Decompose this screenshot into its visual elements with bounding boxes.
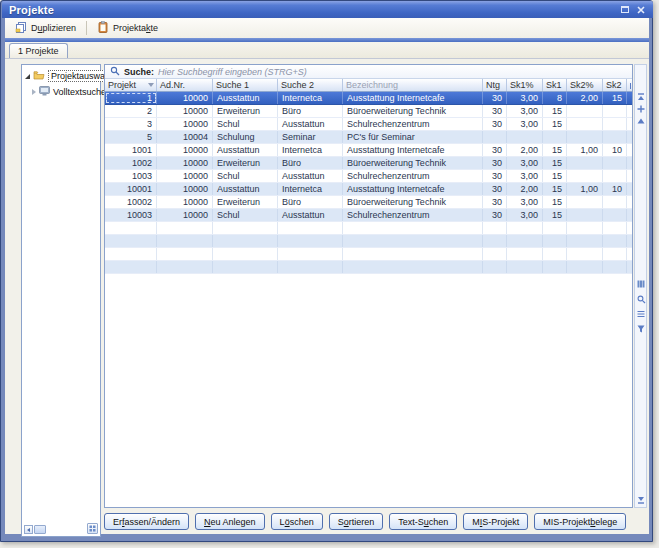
cell-sk1-[interactable]: 3,00 bbox=[507, 118, 543, 130]
empty-row[interactable] bbox=[105, 222, 632, 235]
cell-suche-2[interactable]: Internetca bbox=[278, 144, 343, 156]
cell-ntg[interactable] bbox=[483, 235, 507, 247]
cell-sk2[interactable]: 10 bbox=[603, 144, 627, 156]
cell-ad-nr-[interactable]: 10000 bbox=[157, 157, 213, 169]
cell-sk2[interactable] bbox=[603, 261, 627, 273]
column-header-bezeichnung[interactable]: Bezeichnung bbox=[343, 79, 483, 91]
cell-projekt[interactable]: 10003 bbox=[105, 209, 157, 221]
cell-suche-2[interactable]: Seminar bbox=[278, 131, 343, 143]
cell-sk1-[interactable] bbox=[507, 248, 543, 260]
sortieren-button[interactable]: Sortieren bbox=[329, 513, 384, 530]
table-row[interactable]: 100110000AusstattunInternetcaAusstattung… bbox=[105, 144, 632, 157]
cell-projekt[interactable] bbox=[105, 222, 157, 234]
cell-suche-2[interactable] bbox=[278, 235, 343, 247]
cell-projekt[interactable]: 1003 bbox=[105, 170, 157, 182]
cell-sk1-[interactable]: 3,00 bbox=[507, 209, 543, 221]
cell-suche-1[interactable]: Ausstattun bbox=[213, 92, 278, 104]
cell-bezeichnung[interactable]: Büroerweiterung Technik bbox=[343, 105, 483, 117]
sort-desc-icon[interactable] bbox=[148, 83, 154, 87]
cell-sk1[interactable]: 15 bbox=[543, 157, 567, 169]
cell-sk1[interactable]: 15 bbox=[543, 209, 567, 221]
tree-label-volltextsuche[interactable]: Volltextsuche bbox=[53, 87, 106, 97]
scroll-up-icon[interactable] bbox=[636, 116, 646, 126]
cell-bezeichnung[interactable]: Ausstattung Internetcafe bbox=[343, 92, 483, 104]
move-icon[interactable] bbox=[636, 104, 646, 114]
cell-sk1[interactable] bbox=[543, 261, 567, 273]
cell-suche-1[interactable]: Ausstattun bbox=[213, 144, 278, 156]
cell-sk1[interactable]: 8 bbox=[543, 92, 567, 104]
tree-corner-button[interactable] bbox=[87, 523, 98, 534]
cell-sk1-[interactable] bbox=[507, 235, 543, 247]
cell-suche-2[interactable]: Ausstattun bbox=[278, 118, 343, 130]
cell-sk2-[interactable] bbox=[567, 248, 603, 260]
cell-sk2-[interactable]: 1,00 bbox=[567, 144, 603, 156]
cell-suche-1[interactable] bbox=[213, 248, 278, 260]
cell-sk2-[interactable] bbox=[567, 209, 603, 221]
cell-suche-1[interactable]: Schul bbox=[213, 118, 278, 130]
cell-suche-1[interactable] bbox=[213, 235, 278, 247]
cell-ad-nr-[interactable]: 10000 bbox=[157, 105, 213, 117]
cell-ntg[interactable] bbox=[483, 131, 507, 143]
list-icon[interactable] bbox=[636, 309, 646, 319]
cell-sk1[interactable] bbox=[543, 235, 567, 247]
cell-sk1[interactable]: 15 bbox=[543, 170, 567, 182]
cell-sk2-[interactable] bbox=[567, 222, 603, 234]
table-row[interactable]: 110000AusstattunInternetcaAusstattung In… bbox=[105, 92, 632, 105]
empty-row[interactable] bbox=[105, 261, 632, 274]
cell-sk1[interactable] bbox=[543, 248, 567, 260]
cell-sk2[interactable] bbox=[603, 248, 627, 260]
cell-ntg[interactable]: 30 bbox=[483, 196, 507, 208]
titlebar[interactable]: Projekte bbox=[2, 1, 653, 18]
cell-sk1-[interactable]: 3,00 bbox=[507, 157, 543, 169]
cell-suche-1[interactable] bbox=[213, 222, 278, 234]
cell-ad-nr-[interactable]: 10000 bbox=[157, 144, 213, 156]
cell-bezeichnung[interactable]: Büroerweiterung Technik bbox=[343, 196, 483, 208]
cell-suche-1[interactable]: Ausstattun bbox=[213, 183, 278, 195]
cell-sk1[interactable]: 15 bbox=[543, 183, 567, 195]
collapsed-arrow-icon[interactable] bbox=[32, 89, 36, 95]
cell-suche-2[interactable]: Ausstattun bbox=[278, 209, 343, 221]
scroll-left-icon[interactable] bbox=[24, 525, 33, 534]
cell-projekt[interactable]: 5 bbox=[105, 131, 157, 143]
cell-sk2[interactable] bbox=[603, 105, 627, 117]
tree-horizontal-scrollbar[interactable] bbox=[24, 525, 50, 534]
cell-sk2-[interactable] bbox=[567, 157, 603, 169]
projektakte-button[interactable]: Projektakte bbox=[91, 18, 164, 38]
cell-suche-2[interactable]: Internetca bbox=[278, 92, 343, 104]
search-icon[interactable] bbox=[636, 294, 646, 304]
cell-sk2[interactable]: 10 bbox=[603, 183, 627, 195]
cell-sk2[interactable] bbox=[603, 118, 627, 130]
cell-ad-nr-[interactable] bbox=[157, 235, 213, 247]
cell-ad-nr-[interactable]: 10004 bbox=[157, 131, 213, 143]
cell-suche-2[interactable]: Büro bbox=[278, 157, 343, 169]
column-chooser-icon[interactable] bbox=[630, 81, 631, 90]
cell-ntg[interactable]: 30 bbox=[483, 183, 507, 195]
cell-suche-2[interactable] bbox=[278, 261, 343, 273]
cell-bezeichnung[interactable] bbox=[343, 248, 483, 260]
cell-bezeichnung[interactable] bbox=[343, 222, 483, 234]
column-header-ntg[interactable]: Ntg bbox=[483, 79, 507, 91]
cell-projekt[interactable] bbox=[105, 235, 157, 247]
table-row[interactable]: 310000SchulAusstattunSchulrechenzentrum3… bbox=[105, 118, 632, 131]
cell-bezeichnung[interactable]: Schulrechenzentrum bbox=[343, 170, 483, 182]
cell-sk1[interactable] bbox=[543, 222, 567, 234]
cell-suche-2[interactable] bbox=[278, 222, 343, 234]
cell-ntg[interactable] bbox=[483, 261, 507, 273]
cell-projekt[interactable]: 3 bbox=[105, 118, 157, 130]
cell-sk1-[interactable]: 3,00 bbox=[507, 92, 543, 104]
neu-anlegen-button[interactable]: Neu Anlegen bbox=[195, 513, 265, 530]
cell-suche-1[interactable]: Erweiterun bbox=[213, 157, 278, 169]
cell-suche-2[interactable] bbox=[278, 248, 343, 260]
cell-ad-nr-[interactable]: 10000 bbox=[157, 92, 213, 104]
cell-sk2-[interactable] bbox=[567, 261, 603, 273]
cell-sk2[interactable] bbox=[603, 222, 627, 234]
cell-sk1[interactable]: 15 bbox=[543, 144, 567, 156]
cell-ad-nr-[interactable]: 10000 bbox=[157, 183, 213, 195]
cell-sk1-[interactable]: 3,00 bbox=[507, 196, 543, 208]
cell-ad-nr-[interactable] bbox=[157, 248, 213, 260]
cell-projekt[interactable]: 2 bbox=[105, 105, 157, 117]
duplizieren-button[interactable]: Duplizieren bbox=[9, 18, 82, 38]
expanded-arrow-icon[interactable] bbox=[25, 74, 30, 79]
cell-sk2-[interactable] bbox=[567, 131, 603, 143]
cell-suche-1[interactable]: Schulung bbox=[213, 131, 278, 143]
